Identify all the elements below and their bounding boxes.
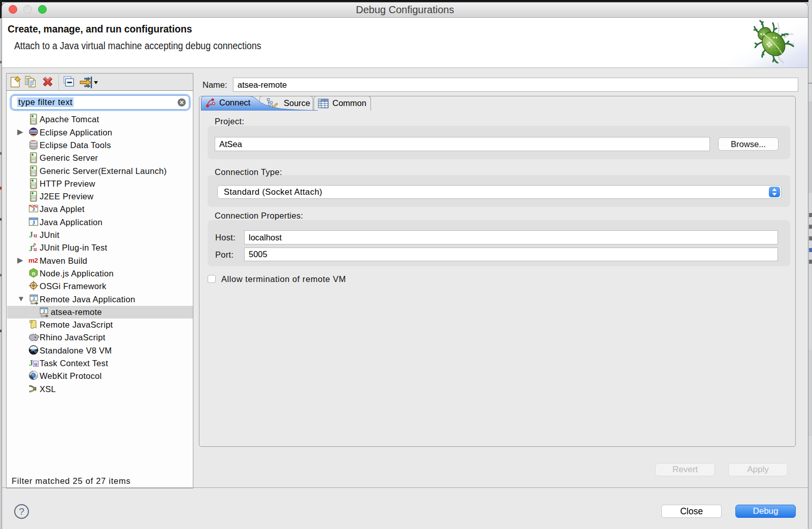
svg-text:u: u: [34, 360, 37, 366]
svg-text:n: n: [32, 270, 36, 276]
svg-text:J: J: [43, 308, 45, 313]
svg-text:J: J: [32, 219, 35, 225]
svg-text:u: u: [33, 245, 37, 252]
svg-text:m2: m2: [28, 257, 38, 264]
svg-text:J: J: [29, 230, 33, 239]
svg-text:u: u: [33, 231, 37, 239]
svg-text:J: J: [29, 244, 33, 252]
svg-text:J: J: [32, 206, 35, 212]
svg-text:J: J: [29, 359, 33, 367]
svg-text:J: J: [32, 296, 35, 301]
